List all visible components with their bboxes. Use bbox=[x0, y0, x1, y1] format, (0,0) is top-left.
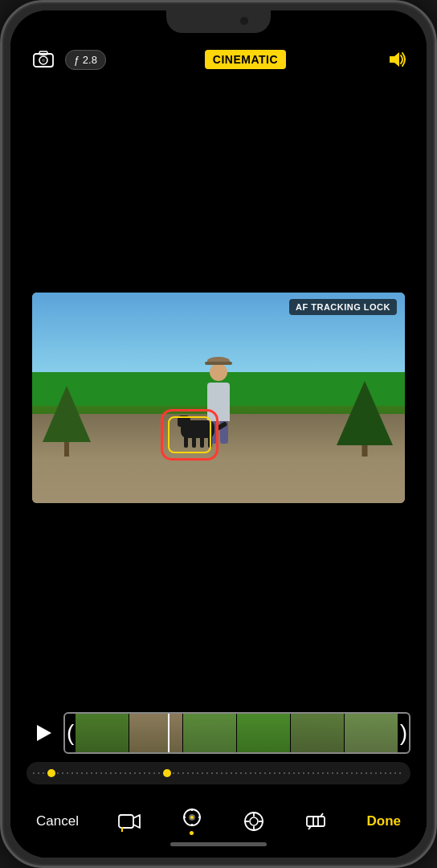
focus-keyframe-right[interactable] bbox=[163, 769, 171, 777]
film-frame-4 bbox=[237, 714, 291, 752]
tree-left bbox=[39, 392, 95, 457]
focus-button[interactable] bbox=[236, 807, 272, 836]
video-camera-button[interactable] bbox=[112, 808, 147, 835]
focus-box-outer[interactable] bbox=[161, 409, 218, 461]
timeline-bracket-right: ) bbox=[398, 714, 409, 752]
notch bbox=[166, 10, 271, 33]
svg-rect-2 bbox=[39, 51, 47, 55]
phone-frame: ƒ 2.8 CINEMATIC bbox=[0, 0, 437, 868]
person-hat bbox=[207, 357, 230, 365]
svg-point-15 bbox=[250, 817, 258, 825]
playhead bbox=[168, 714, 169, 752]
video-preview[interactable]: AF TRACKING LOCK bbox=[32, 293, 405, 503]
volume-button[interactable] bbox=[385, 48, 407, 71]
play-button[interactable] bbox=[27, 717, 59, 749]
film-frame-1 bbox=[76, 714, 129, 752]
person-head bbox=[210, 363, 227, 381]
filmstrip bbox=[76, 714, 398, 752]
screen-content: ƒ 2.8 CINEMATIC bbox=[10, 10, 427, 858]
svg-rect-5 bbox=[119, 815, 133, 828]
film-frame-2 bbox=[129, 714, 183, 752]
film-frame-6 bbox=[345, 714, 398, 752]
home-indicator[interactable] bbox=[170, 842, 267, 846]
transform-button[interactable] bbox=[298, 807, 333, 836]
timeline-bracket-left: ( bbox=[65, 714, 76, 752]
adjust-button[interactable] bbox=[174, 804, 210, 838]
transform-icon bbox=[304, 810, 327, 833]
film-frame-3 bbox=[183, 714, 237, 752]
timeline-strip[interactable]: ( ) bbox=[63, 712, 410, 754]
done-button[interactable]: Done bbox=[360, 810, 407, 833]
svg-rect-20 bbox=[307, 817, 318, 826]
bottom-section: ( ) bbox=[10, 712, 427, 858]
focus-icon bbox=[243, 810, 265, 833]
film-frame-5 bbox=[291, 714, 345, 752]
adjust-icon bbox=[181, 807, 203, 828]
focus-box-inner bbox=[168, 416, 211, 453]
cancel-button[interactable]: Cancel bbox=[30, 810, 85, 833]
depth-dots bbox=[33, 772, 404, 774]
depth-focus-bar[interactable] bbox=[27, 762, 410, 784]
play-triangle-icon bbox=[37, 725, 51, 741]
svg-marker-4 bbox=[390, 52, 399, 67]
svg-rect-21 bbox=[313, 817, 325, 826]
depth-track bbox=[33, 767, 404, 780]
svg-point-3 bbox=[42, 59, 45, 62]
tree-right bbox=[333, 384, 397, 457]
cinematic-badge: CINEMATIC bbox=[205, 50, 286, 69]
svg-point-13 bbox=[190, 816, 194, 819]
aperture-badge[interactable]: ƒ 2.8 bbox=[65, 50, 106, 70]
phone-inner: ƒ 2.8 CINEMATIC bbox=[10, 10, 427, 858]
front-camera bbox=[240, 17, 248, 25]
af-tracking-label: AF TRACKING LOCK bbox=[289, 299, 397, 315]
top-left-controls: ƒ 2.8 bbox=[30, 46, 106, 73]
adjust-dot bbox=[190, 831, 194, 835]
video-preview-area: AF TRACKING LOCK bbox=[10, 83, 427, 712]
timeline-container: ( ) bbox=[27, 712, 410, 754]
scene-background: AF TRACKING LOCK bbox=[32, 293, 405, 503]
camera-icon-button[interactable] bbox=[30, 46, 57, 73]
focus-keyframe-left[interactable] bbox=[47, 769, 55, 777]
bottom-toolbar: Cancel bbox=[27, 797, 410, 841]
video-camera-icon bbox=[118, 811, 141, 832]
